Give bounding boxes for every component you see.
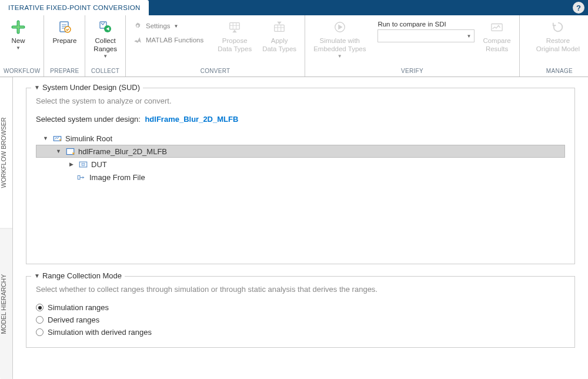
new-button[interactable]: New ▼ xyxy=(4,18,33,52)
chevron-down-icon: ▼ xyxy=(467,34,472,39)
apply-data-types-button[interactable]: Apply Data Types xyxy=(258,18,301,54)
settings-button[interactable]: Settings ▼ xyxy=(129,20,207,32)
chevron-down-icon: ▼ xyxy=(174,24,179,29)
propose-data-types-button[interactable]: Propose Data Types xyxy=(213,18,256,54)
group-label-workflow: WORKFLOW xyxy=(4,67,40,77)
tree-row-dut[interactable]: ▶ DUT xyxy=(36,158,565,171)
group-label-collect: COLLECT xyxy=(89,67,122,77)
restore-original-button[interactable]: Restore Original Model xyxy=(532,18,584,54)
tree-row-model[interactable]: ▼ hdlFrame_Blur_2D_MLFB xyxy=(36,145,565,158)
prepare-button[interactable]: Prepare xyxy=(48,18,81,46)
collapse-icon[interactable]: ▼ xyxy=(34,84,40,91)
matlab-functions-button[interactable]: MATLAB Functions xyxy=(129,34,207,46)
collapse-icon[interactable]: ▼ xyxy=(55,148,62,155)
collapse-icon[interactable]: ▼ xyxy=(34,272,40,279)
rcm-radio-group: Simulation ranges Derived ranges Simulat… xyxy=(36,303,565,337)
svg-rect-5 xyxy=(230,23,240,29)
tab-iterative-fixed-point[interactable]: ITERATIVE FIXED-POINT CONVERSION xyxy=(0,0,149,15)
expand-icon[interactable]: ▶ xyxy=(68,161,75,168)
radio-icon xyxy=(36,316,44,324)
collect-ranges-icon xyxy=(97,19,113,35)
svg-rect-13 xyxy=(78,175,80,179)
radio-derived-ranges[interactable]: Derived ranges xyxy=(36,315,565,324)
sud-fieldset: ▼System Under Design (SUD) Select the sy… xyxy=(26,88,575,264)
group-label-prepare: PREPARE xyxy=(48,67,81,77)
restore-icon xyxy=(550,19,566,35)
selected-system-value: hdlFrame_Blur_2D_MLFB xyxy=(145,115,238,124)
simulate-embedded-button[interactable]: Simulate with Embedded Types ▼ xyxy=(309,18,370,60)
run-compare-label: Run to compare in SDI xyxy=(377,20,475,28)
selected-system-label: Selected system under design: hdlFrame_B… xyxy=(36,115,565,124)
matlab-icon xyxy=(133,35,142,45)
run-compare-dropdown[interactable]: ▼ xyxy=(377,29,475,42)
tab-workflow-browser[interactable]: WORKFLOW BROWSER xyxy=(0,77,12,228)
help-icon[interactable]: ? xyxy=(573,2,584,14)
radio-simulation-ranges[interactable]: Simulation ranges xyxy=(36,303,565,312)
radio-icon xyxy=(36,304,44,311)
tree-row-simulink-root[interactable]: ▼ Simulink Root xyxy=(36,132,565,145)
prepare-icon xyxy=(56,19,73,35)
group-label-manage: MANAGE xyxy=(523,67,584,77)
chevron-down-icon: ▼ xyxy=(103,54,108,59)
subsystem-icon xyxy=(78,159,88,169)
group-label-convert: CONVERT xyxy=(129,67,301,77)
compare-results-icon xyxy=(489,19,505,35)
rcm-description: Select whether to collect ranges through… xyxy=(36,285,565,294)
svg-point-4 xyxy=(136,25,139,27)
svg-rect-12 xyxy=(82,163,85,165)
propose-icon xyxy=(226,19,243,35)
simulate-icon xyxy=(332,19,348,35)
collapse-icon[interactable]: ▼ xyxy=(42,135,49,142)
tab-model-hierarchy[interactable]: MODEL HIERARCHY xyxy=(0,228,12,380)
sud-description: Select the system to analyze or convert. xyxy=(36,97,565,105)
collect-ranges-button[interactable]: Collect Ranges ▼ xyxy=(89,18,122,60)
group-label-verify: VERIFY xyxy=(309,67,516,77)
radio-icon xyxy=(36,328,44,336)
svg-rect-6 xyxy=(275,25,285,31)
simulink-icon xyxy=(52,134,62,143)
new-icon xyxy=(10,19,26,35)
toolstrip: New ▼ WORKFLOW Prepare PREPARE Collect R… xyxy=(0,15,588,77)
radio-simulation-with-derived[interactable]: Simulation with derived ranges xyxy=(36,328,565,337)
gear-icon xyxy=(133,21,142,31)
compare-results-button[interactable]: Compare Results xyxy=(478,18,515,54)
apply-icon xyxy=(271,19,288,35)
block-icon xyxy=(76,172,86,182)
svg-point-1 xyxy=(65,26,71,32)
chevron-down-icon: ▼ xyxy=(338,54,342,59)
rcm-fieldset: ▼Range Collection Mode Select whether to… xyxy=(26,276,575,348)
tree-row-image-from-file[interactable]: Image From File xyxy=(36,171,565,184)
chevron-down-icon: ▼ xyxy=(16,45,21,51)
model-tree: ▼ Simulink Root ▼ hdlFrame_Blur_2D_MLFB … xyxy=(36,132,565,184)
model-icon xyxy=(65,147,75,156)
